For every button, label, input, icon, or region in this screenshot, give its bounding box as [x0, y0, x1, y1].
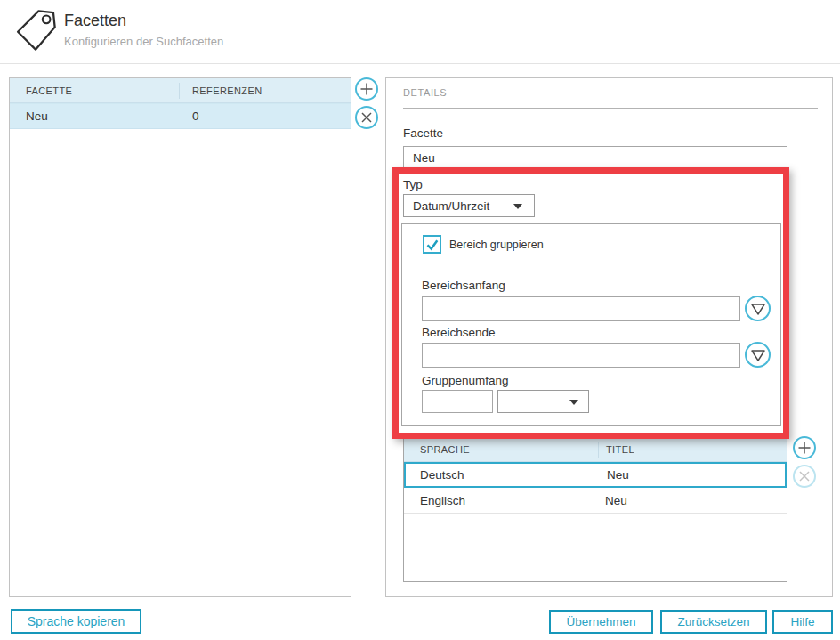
help-button[interactable]: Hilfe	[772, 610, 833, 634]
header-divider	[0, 63, 840, 64]
facets-config-window: Facetten Konfigurieren der Suchfacetten …	[0, 0, 840, 640]
bereich-gruppieren-checkbox[interactable]	[423, 235, 441, 254]
triangle-down-outline-icon	[750, 348, 766, 362]
title-cell: Neu	[600, 468, 785, 482]
bereichsende-label: Bereichsende	[422, 326, 496, 339]
tag-icon	[12, 7, 59, 53]
remove-icon	[798, 470, 811, 482]
language-table: SPRACHE TITEL Deutsch Neu Englisch Neu	[403, 437, 788, 582]
bereichsanfang-input[interactable]	[422, 296, 740, 321]
add-icon	[797, 441, 812, 455]
page-title: Facetten	[64, 12, 126, 30]
facet-references-cell: 0	[179, 109, 351, 123]
gruppenumfang-label: Gruppenumfang	[422, 374, 509, 387]
triangle-down-outline-icon	[750, 302, 766, 316]
copy-language-button[interactable]: Sprache kopieren	[11, 609, 141, 634]
remove-language-button[interactable]	[793, 465, 816, 488]
language-cell: Englisch	[404, 494, 598, 507]
language-table-header: SPRACHE TITEL	[404, 438, 787, 462]
dropdown-arrow-icon	[513, 204, 522, 209]
facette-input[interactable]	[403, 146, 788, 170]
bereichsanfang-picker-button[interactable]	[745, 296, 771, 321]
language-row-englisch[interactable]: Englisch Neu	[404, 488, 787, 514]
typ-dropdown[interactable]: Datum/Uhrzeit	[403, 194, 535, 217]
typ-field-label: Typ	[403, 178, 423, 191]
gruppenumfang-value-input[interactable]	[422, 390, 493, 413]
remove-facet-button[interactable]	[355, 106, 378, 129]
reset-button[interactable]: Zurücksetzen	[660, 610, 767, 634]
facet-name-cell: Neu	[10, 109, 179, 123]
checkmark-icon	[425, 238, 439, 251]
column-header-sprache[interactable]: SPRACHE	[404, 444, 598, 455]
column-header-facette[interactable]: FACETTE	[10, 85, 179, 96]
column-header-titel[interactable]: TITEL	[598, 442, 787, 458]
facet-table-row-selected[interactable]: Neu 0	[10, 103, 351, 129]
typ-dropdown-value: Datum/Uhrzeit	[413, 199, 489, 213]
apply-button[interactable]: Übernehmen	[549, 610, 653, 634]
facet-list-panel: FACETTE REFERENZEN Neu 0	[9, 77, 351, 597]
page-subtitle: Konfigurieren der Suchfacetten	[64, 35, 223, 48]
language-row-deutsch[interactable]: Deutsch Neu	[404, 462, 787, 488]
bereichsanfang-label: Bereichsanfang	[422, 279, 505, 292]
details-section-rule	[403, 108, 818, 109]
bereich-gruppieren-label: Bereich gruppieren	[449, 239, 544, 251]
facet-table-header: FACETTE REFERENZEN	[10, 78, 351, 103]
details-panel: DETAILS Facette Typ Datum/Uhrzeit Bereic…	[385, 77, 833, 597]
dropdown-arrow-icon	[569, 400, 578, 405]
add-language-button[interactable]	[793, 436, 816, 459]
range-group-box: Bereich gruppieren Bereichsanfang Bereic…	[401, 223, 781, 426]
group-divider	[422, 263, 770, 263]
details-section-label: DETAILS	[403, 87, 447, 98]
language-cell: Deutsch	[406, 468, 600, 482]
remove-icon	[360, 111, 373, 124]
gruppenumfang-unit-dropdown[interactable]	[497, 390, 589, 413]
bereichsende-picker-button[interactable]	[745, 342, 771, 368]
add-icon	[359, 82, 374, 96]
facette-field-label: Facette	[403, 126, 443, 140]
column-header-referenzen[interactable]: REFERENZEN	[179, 83, 351, 99]
title-cell: Neu	[598, 494, 787, 507]
bereichsende-input[interactable]	[422, 343, 740, 368]
add-facet-button[interactable]	[355, 77, 378, 101]
